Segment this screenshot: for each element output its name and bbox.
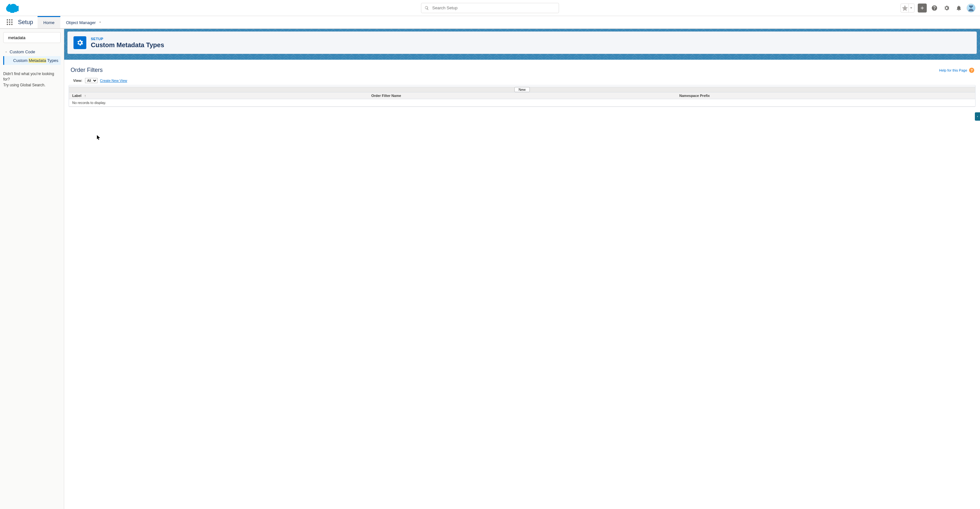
setup-tree: Custom Code Custom Metadata Types [3, 48, 60, 65]
band-bottom [64, 57, 980, 60]
global-header [0, 0, 980, 16]
bell-icon [956, 5, 962, 11]
tab-home[interactable]: Home [38, 16, 60, 28]
col-order-filter-name[interactable]: Order Filter Name [368, 92, 676, 99]
right-panel-handle[interactable] [975, 112, 980, 121]
quick-find-input[interactable] [8, 35, 62, 40]
search-icon [425, 6, 429, 10]
help-badge-icon: ? [969, 68, 974, 73]
view-select[interactable]: All [85, 78, 97, 83]
plus-icon [920, 5, 925, 11]
empty-message: No records to display. [69, 99, 975, 107]
setup-gear-button[interactable] [942, 3, 951, 13]
tree-item-custom-metadata-types[interactable]: Custom Metadata Types [3, 56, 60, 65]
listview-title: Order Filters [70, 67, 103, 73]
app-launcher-button[interactable] [4, 16, 15, 28]
chevron-down-icon [5, 50, 8, 54]
content: Order Filters Help for this Page ? View:… [64, 60, 980, 509]
gear-icon [943, 5, 950, 11]
sidebar-footer: Didn't find what you're looking for? Try… [3, 71, 60, 88]
page-header-icon [73, 36, 86, 49]
context-bar: Setup Home Object Manager [0, 16, 980, 29]
tab-home-label: Home [43, 20, 54, 25]
sort-asc-icon: ↑ [84, 94, 86, 97]
user-avatar[interactable] [967, 3, 975, 13]
svg-point-1 [969, 5, 970, 7]
svg-point-2 [972, 5, 973, 7]
new-button[interactable]: New [514, 87, 530, 92]
global-add-button[interactable] [918, 3, 927, 13]
avatar-icon [967, 4, 975, 12]
tab-object-manager[interactable]: Object Manager [60, 16, 108, 28]
chevron-down-icon [98, 20, 102, 25]
highlight: Metadata [29, 58, 46, 63]
listview-toolbar: New [69, 87, 975, 92]
tree-node-label: Custom Code [10, 49, 35, 54]
page-header: SETUP Custom Metadata Types [67, 32, 977, 54]
create-new-view-link[interactable]: Create New View [100, 79, 127, 83]
tree-node-custom-code[interactable]: Custom Code [3, 48, 60, 56]
favorites-button[interactable] [900, 3, 915, 13]
page-eyebrow: SETUP [91, 37, 164, 41]
salesforce-logo[interactable] [5, 3, 19, 13]
help-button[interactable] [930, 3, 939, 13]
waffle-icon [7, 19, 13, 25]
workspace: SETUP Custom Metadata Types Order Filter… [64, 29, 980, 509]
view-row: View: All Create New View [69, 77, 975, 85]
caret-down-icon [909, 5, 913, 10]
band-top: SETUP Custom Metadata Types [64, 29, 980, 57]
global-actions [900, 3, 975, 13]
view-label: View: [73, 79, 83, 83]
global-search[interactable] [421, 3, 559, 13]
question-icon [931, 5, 938, 11]
empty-row: No records to display. [69, 99, 975, 107]
notifications-button[interactable] [955, 3, 963, 13]
app-name: Setup [15, 16, 38, 28]
tab-object-manager-label: Object Manager [66, 20, 96, 25]
col-namespace-prefix[interactable]: Namespace Prefix [676, 92, 975, 99]
gear-icon [76, 39, 84, 46]
quick-find[interactable] [3, 32, 60, 43]
col-label[interactable]: Label ↑ [69, 92, 368, 99]
setup-sidebar: Custom Code Custom Metadata Types Didn't… [0, 29, 64, 509]
caret-left-icon [976, 115, 979, 118]
help-for-page-link[interactable]: Help for this Page ? [939, 68, 974, 73]
records-table: Label ↑ Order Filter Name Namespace Pref… [69, 92, 975, 107]
star-icon [901, 5, 908, 11]
global-search-input[interactable] [432, 5, 555, 10]
help-link-label: Help for this Page [939, 68, 967, 72]
page-title: Custom Metadata Types [91, 41, 164, 49]
